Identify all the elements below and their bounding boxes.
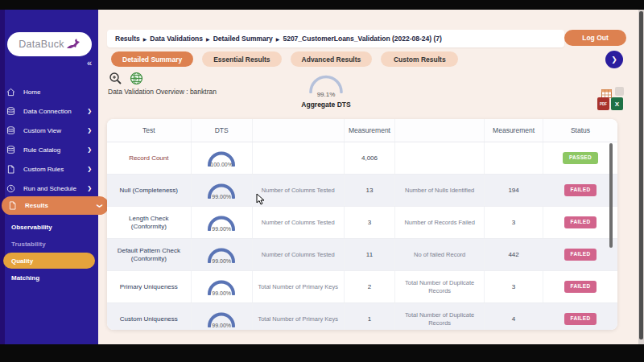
breadcrumb-item[interactable]: Results [115, 35, 140, 43]
sidebar-submenu: ObservabilityTrustabilityQualityMatching [0, 219, 98, 286]
dts-value: 99.00% [212, 290, 231, 298]
sidebar-item-custom-view[interactable]: Custom View ❯ [0, 121, 98, 140]
cell-status: FAILED [543, 175, 617, 206]
table-row[interactable]: Record Count 100.00%4,006 PASSED [107, 142, 617, 175]
cell-test: Record Count [107, 142, 192, 174]
tab-advanced-results[interactable]: Advanced Results [291, 51, 373, 67]
cell-measurement1-label: Number of Columns Tested [253, 207, 345, 238]
chevron-right-icon: ❯ [87, 146, 92, 153]
breadcrumb-item[interactable]: Detailed Summary [213, 35, 273, 43]
sidebar-item-custom-rules[interactable]: Custom Rules ❯ [0, 159, 98, 179]
tab-essential-results[interactable]: Essential Results [202, 51, 281, 67]
chevron-right-icon: ❯ [87, 166, 92, 172]
breadcrumb-item[interactable]: Data Validations [150, 35, 203, 43]
tab-detailed-summary[interactable]: Detailed Summary [111, 51, 193, 67]
sidebar-subitem-quality[interactable]: Quality [3, 253, 95, 269]
page-scrollbar-thumb[interactable] [639, 11, 643, 339]
sidebar-subitem-observability[interactable]: Observability [0, 219, 98, 235]
sidebar: DataBuck « Home Data Connection ❯ Custom… [0, 10, 98, 344]
app-window: DataBuck « Home Data Connection ❯ Custom… [0, 10, 644, 344]
cell-test: Null (Completeness) [107, 175, 192, 206]
table-row[interactable]: Null (Completeness) 99.00%Number of Colu… [107, 175, 617, 207]
cell-status: FAILED [543, 303, 617, 330]
dts-value: 99.00% [212, 258, 231, 265]
sidebar-item-results[interactable]: Results ❯ [2, 196, 109, 215]
status-badge: FAILED [564, 313, 597, 324]
sidebar-subitem-trustability[interactable]: Trustability [0, 236, 98, 252]
overview-label: Data Validation Overview : banktran [108, 88, 217, 96]
table-row[interactable]: Custom Uniqueness 99.00%Total Number of … [107, 303, 617, 330]
sidebar-collapse-button[interactable]: « [87, 58, 92, 68]
export-excel-icon[interactable]: X [611, 97, 623, 110]
table-scrollbar[interactable] [609, 143, 613, 248]
dts-value: 100.00% [210, 162, 233, 169]
sidebar-item-label: Rule Catalog [23, 146, 87, 154]
cell-test: Custom Uniqueness [107, 303, 192, 330]
column-header [395, 119, 485, 142]
sidebar-item-label: Data Connection [23, 108, 87, 115]
cell-status: FAILED [543, 271, 617, 302]
dts-gauge: 99.00% [205, 245, 237, 265]
cell-dts: 99.00% [192, 239, 253, 270]
cell-dts: 99.00% [192, 207, 253, 238]
dts-gauge: 99.00% [205, 309, 237, 330]
cell-measurement2-label: No of failed Record [395, 239, 485, 270]
chevron-down-icon: ❯ [97, 204, 103, 208]
column-header: Status [543, 119, 617, 142]
breadcrumb: Results▶Data Validations▶Detailed Summar… [107, 30, 564, 47]
cell-measurement2-value: 3 [485, 271, 543, 302]
globe-icon[interactable] [130, 72, 143, 88]
sidebar-item-rule-catalog[interactable]: Rule Catalog ❯ [0, 140, 98, 159]
sidebar-menu: Home Data Connection ❯ Custom View ❯ Rul… [0, 82, 98, 198]
cell-measurement2-label: Total Number of Duplicate Records [395, 271, 485, 302]
tab-custom-results[interactable]: Custom Results [381, 51, 458, 67]
cell-measurement1-value: 1 [345, 303, 395, 330]
cell-measurement1-value: 3 [345, 207, 395, 238]
dts-gauge: 99.00% [205, 277, 237, 298]
cell-measurement2-value: 4 [485, 303, 543, 330]
sidebar-item-run-and-schedule[interactable]: Run and Schedule ❯ [0, 179, 98, 198]
cell-dts: 99.00% [192, 271, 253, 302]
dts-value: 99.00% [212, 323, 231, 330]
page-scrollbar[interactable] [638, 10, 644, 344]
sidebar-item-label: Home [23, 88, 92, 96]
cell-measurement2-value: 3 [485, 207, 543, 238]
cell-test: Primary Uniqueness [107, 271, 192, 302]
list-view-icon[interactable] [615, 87, 624, 96]
cell-measurement2-label [395, 142, 485, 174]
logo-text: DataBuck [19, 39, 64, 50]
status-badge: FAILED [564, 281, 597, 292]
sidebar-item-home[interactable]: Home [0, 82, 98, 101]
tabs: Detailed SummaryEssential ResultsAdvance… [111, 51, 458, 67]
sidebar-item-label: Custom Rules [23, 166, 87, 173]
cell-status: PASSED [543, 142, 617, 174]
cell-status: FAILED [543, 207, 617, 238]
aggregate-dts-gauge: 99.1% Aggregate DTS [295, 72, 357, 109]
cell-measurement2-label: Number of Records Failed [395, 207, 485, 238]
file-icon [6, 165, 18, 174]
cell-measurement1-label: Number of Columns Tested [253, 175, 345, 206]
cell-measurement1-value: 13 [345, 175, 395, 206]
column-header [253, 119, 345, 142]
table-row[interactable]: Primary Uniqueness 99.00%Total Number of… [107, 271, 617, 303]
sidebar-item-label: Results [25, 202, 97, 209]
breadcrumb-item[interactable]: 5207_CustomerLoans_Validation (2022-08-2… [283, 35, 441, 43]
breadcrumb-separator: ▶ [206, 36, 210, 42]
table-row[interactable]: Default Pattern Check (Conformity) 99.00… [107, 239, 617, 271]
breadcrumb-separator: ▶ [276, 36, 280, 42]
sidebar-item-data-connection[interactable]: Data Connection ❯ [0, 101, 98, 121]
cell-measurement1-value: 4,006 [345, 142, 395, 174]
column-header: DTS [192, 119, 253, 142]
zoom-in-icon[interactable] [109, 72, 122, 88]
table-row[interactable]: Length Check (Conformity) 99.00%Number o… [107, 207, 617, 239]
letterbox-top [0, 0, 644, 10]
sidebar-subitem-matching[interactable]: Matching [0, 269, 98, 286]
cell-measurement1-value: 2 [345, 271, 395, 302]
column-header: Test [107, 119, 192, 142]
export-pdf-icon[interactable]: PDF [597, 97, 609, 110]
app-logo[interactable]: DataBuck [7, 32, 92, 56]
logout-button[interactable]: Log Out [564, 30, 626, 46]
dts-gauge: 99.00% [205, 180, 237, 201]
cell-measurement1-label: Total Number of Primary Keys [253, 271, 345, 302]
next-page-button[interactable]: ❯ [605, 51, 623, 68]
